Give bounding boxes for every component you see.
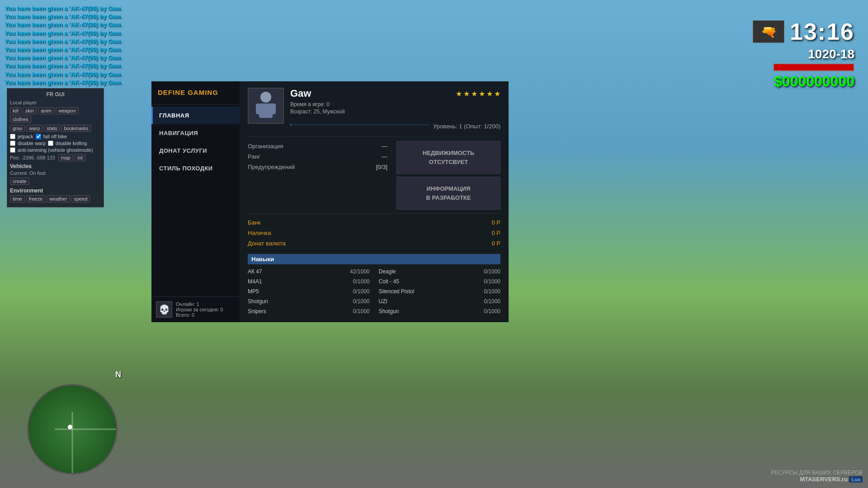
nav-item-style[interactable]: СТИЛЬ ПОХОДКИ — [151, 160, 240, 177]
disable-warp-label: disable warp — [18, 141, 46, 146]
hud-time: 13:16 — [790, 18, 854, 45]
minimap-north-label: N — [115, 370, 121, 380]
grav-button[interactable]: grav — [10, 125, 25, 132]
skill-row-9: Shotgun 0/1000 — [379, 307, 501, 316]
skills-header: Навыки — [248, 254, 500, 264]
player-name: Gaw — [290, 88, 345, 99]
skill-val-0: 42/1000 — [350, 268, 369, 275]
warnings-label: Предупреждений — [248, 164, 295, 170]
donate-value: 0 Р — [491, 240, 500, 247]
star-6: ★ — [494, 89, 500, 98]
skill-val-7: 0/1000 — [484, 298, 500, 305]
stats-button[interactable]: stats — [44, 125, 60, 132]
fr-gui-row1: kill skin anim weapon clothes — [10, 107, 101, 123]
skills-grid: АК 47 42/1000 Deagle 0/1000 M4A1 0/1000 … — [248, 267, 500, 316]
anim-button[interactable]: anim — [38, 107, 54, 114]
chat-message-5: You have been given a 'AK-47(90) by Gaw. — [5, 38, 122, 46]
info-box: ИНФОРМАЦИЯВ РАЗРАБОТКЕ — [396, 177, 500, 210]
rank-label: Ранг — [248, 153, 260, 160]
nav-item-main[interactable]: ГЛАВНАЯ — [151, 107, 240, 124]
pos-z: 133 — [47, 155, 55, 160]
minimap — [27, 384, 118, 474]
skill-name-9: Shotgun — [379, 308, 399, 314]
vehicles-title: Vehicles — [10, 163, 101, 169]
hud-panel: 🔫 13:16 1020-18 $000000000 — [753, 18, 854, 90]
env-buttons-row: time freeze weather speed — [10, 195, 101, 202]
pos-label: Pos: — [10, 155, 20, 160]
svg-point-0 — [260, 92, 271, 103]
skill-row-7: UZI 0/1000 — [379, 297, 501, 306]
disable-knifing-checkbox[interactable] — [48, 141, 53, 146]
skill-row-3: Colt - 45 0/1000 — [379, 277, 501, 286]
skill-val-4: 0/1000 — [353, 288, 370, 295]
skill-val-3: 0/1000 — [484, 278, 500, 285]
player-avatar — [248, 88, 284, 124]
skill-row-0: АК 47 42/1000 — [248, 267, 370, 276]
skill-val-8: 0/1000 — [353, 308, 370, 314]
mtasa-brand: MTASERVERS.ru — [800, 476, 848, 483]
skill-val-2: 0/1000 — [353, 278, 370, 285]
lua-badge: Lua — [849, 476, 863, 483]
skill-name-4: MP5 — [248, 288, 259, 295]
anti-ramming-row: anti-ramming (vehicle ghostmode) — [10, 147, 101, 153]
fr-gui-row2: grav warp stats bookmarks — [10, 125, 101, 132]
brand-label: DEFINE GAMING — [151, 81, 240, 103]
jetpack-checkbox[interactable] — [10, 134, 15, 139]
skill-row-2: M4A1 0/1000 — [248, 277, 370, 286]
player-age: Возраст: 25, Мужской — [290, 108, 345, 115]
skull-icon: 💀 — [156, 301, 172, 318]
skill-row-6: Shotgun 0/1000 — [248, 297, 370, 306]
skill-val-5: 0/1000 — [484, 288, 500, 295]
skill-row-4: MP5 0/1000 — [248, 287, 370, 296]
create-vehicle-button[interactable]: create — [10, 178, 29, 185]
nav-divider-1 — [151, 104, 240, 105]
kill-button[interactable]: kill — [10, 107, 21, 114]
main-panel: DEFINE GAMING ГЛАВНАЯ НАВИГАЦИЯ ДОНАТ УС… — [151, 81, 509, 322]
skill-name-7: UZI — [379, 298, 387, 305]
skill-name-5: Silenced Pistol — [379, 288, 415, 295]
warnings-row: Предупреждений [0/3] — [248, 162, 387, 172]
skill-name-3: Colt - 45 — [379, 278, 399, 285]
total-count: Всего: 0 — [176, 312, 223, 318]
skills-section: Навыки АК 47 42/1000 Deagle 0/1000 M4A1 … — [248, 254, 500, 316]
skill-row-8: Snipers 0/1000 — [248, 307, 370, 316]
anti-ramming-checkbox[interactable] — [10, 147, 15, 153]
donate-row: Донат валюта 0 Р — [248, 238, 500, 249]
fall-off-bike-checkbox[interactable] — [36, 134, 41, 139]
clothes-button[interactable]: clothes — [10, 116, 31, 123]
warnings-value: [0/3] — [376, 164, 387, 170]
int-button[interactable]: int — [75, 154, 85, 161]
org-row: Организация — — [248, 141, 387, 151]
rank-row: Ранг — — [248, 151, 387, 162]
skill-name-6: Shotgun — [248, 298, 268, 305]
cash-label: Наличка — [248, 230, 271, 236]
donate-label: Донат валюта — [248, 240, 286, 247]
bank-row: Банк 0 Р — [248, 217, 500, 228]
skill-name-8: Snipers — [248, 308, 266, 314]
skill-val-1: 0/1000 — [484, 268, 500, 275]
warp-button[interactable]: warp — [26, 125, 42, 132]
svg-rect-2 — [256, 103, 261, 114]
pos-y: -598 — [35, 155, 45, 160]
nav-item-donate[interactable]: ДОНАТ УСЛУГИ — [151, 142, 240, 160]
skin-button[interactable]: skin — [23, 107, 37, 114]
position-row: Pos: -2396 -598 133 map int — [10, 154, 101, 161]
rank-value: — — [382, 153, 387, 160]
bottom-credits: РЕСУРСЫ ДЛЯ ВАШИХ СЕРВЕРОВ MTASERVERS.ru… — [771, 469, 863, 483]
time-button[interactable]: time — [10, 195, 25, 202]
chat-message-3: You have been given a 'AK-47(90) by Gaw. — [5, 21, 122, 29]
skill-val-6: 0/1000 — [353, 298, 370, 305]
map-button[interactable]: map — [58, 154, 73, 161]
speed-button[interactable]: speed — [71, 195, 90, 202]
disable-warp-checkbox[interactable] — [10, 141, 15, 146]
weapon-button[interactable]: weapon — [56, 107, 79, 114]
skill-name-2: M4A1 — [248, 278, 262, 285]
bookmarks-button[interactable]: bookmarks — [61, 125, 91, 132]
freeze-button[interactable]: freeze — [26, 195, 46, 202]
jetpack-label: jetpack — [18, 134, 33, 139]
chat-message-6: You have been given a 'AK-47(90) by Gaw. — [5, 46, 122, 54]
vehicles-section: Vehicles Current: On foot create — [10, 163, 101, 185]
bank-value: 0 Р — [491, 219, 500, 226]
nav-item-navigation[interactable]: НАВИГАЦИЯ — [151, 124, 240, 142]
weather-button[interactable]: weather — [47, 195, 70, 202]
